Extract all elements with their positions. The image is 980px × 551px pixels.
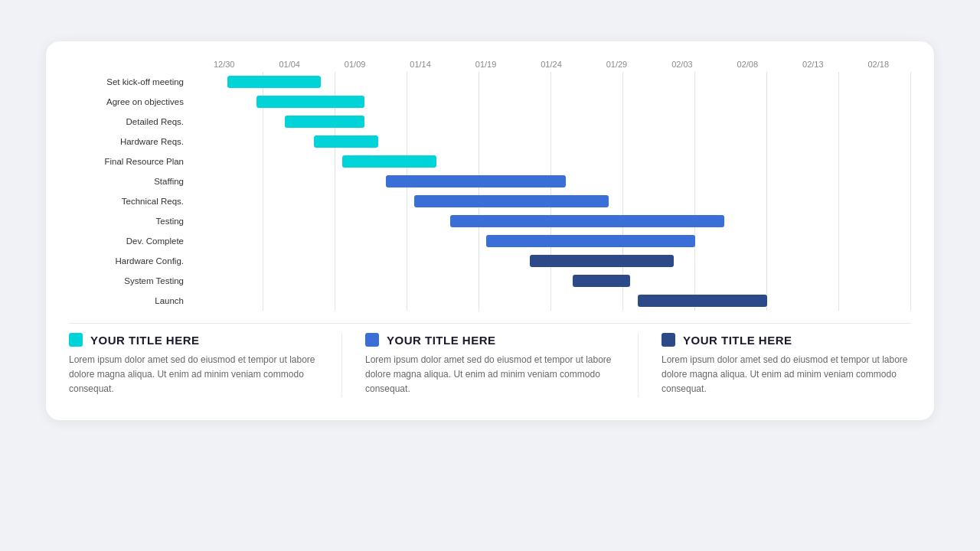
gantt-task-label: Hardware Reqs.	[69, 137, 191, 146]
gantt-chart: 12/3001/0401/0901/1401/1901/2401/2902/03…	[69, 60, 911, 311]
section-body: Lorem ipsum dolor amet sed do eiusmod et…	[662, 353, 911, 397]
gantt-col-label: 01/04	[256, 60, 322, 69]
section-divider	[69, 323, 911, 324]
gantt-grid-cell	[191, 92, 911, 112]
slide: 12/3001/0401/0901/1401/1901/2401/2902/03…	[0, 0, 980, 551]
gantt-bar	[638, 295, 767, 307]
gantt-task-label: Staffing	[69, 177, 191, 186]
gantt-col-label: 01/24	[518, 60, 583, 69]
bottom-section-2: YOUR TITLE HERELorem ipsum dolor amet se…	[350, 333, 630, 397]
gantt-rows: Set kick-off meetingAgree on objectivesD…	[69, 72, 911, 311]
gantt-bar	[285, 116, 364, 128]
section-body: Lorem ipsum dolor amet sed do eiusmod et…	[69, 353, 318, 397]
gantt-col-label: 02/13	[780, 60, 845, 69]
gantt-bar	[314, 135, 379, 148]
gantt-bar	[530, 255, 674, 267]
gantt-row: Staffing	[69, 171, 911, 191]
gantt-row: Testing	[69, 211, 911, 231]
gantt-task-label: Set kick-off meeting	[69, 77, 191, 86]
section-color-icon	[365, 333, 379, 347]
gantt-grid-cell	[191, 191, 911, 211]
section-title: YOUR TITLE HERE	[387, 334, 496, 347]
section-color-icon	[662, 333, 675, 347]
gantt-grid-cell	[191, 251, 911, 271]
gantt-task-label: Agree on objectives	[69, 97, 191, 106]
gantt-grid-cell	[191, 132, 911, 152]
gantt-bar	[450, 215, 724, 227]
gantt-row: Final Resource Plan	[69, 152, 911, 171]
gantt-grid-cell	[191, 231, 911, 251]
gantt-col-label: 01/09	[322, 60, 387, 69]
gantt-bar	[414, 195, 609, 207]
gantt-row: Agree on objectives	[69, 92, 911, 112]
gantt-row: Launch	[69, 291, 911, 311]
gantt-row: System Testing	[69, 271, 911, 291]
gantt-col-label: 01/14	[387, 60, 452, 69]
gantt-col-label: 01/29	[584, 60, 649, 69]
gantt-bar	[227, 76, 321, 88]
gantt-grid-cell	[191, 291, 911, 311]
section-title-row: YOUR TITLE HERE	[69, 333, 318, 347]
gantt-task-label: Testing	[69, 217, 191, 226]
bottom-grid: YOUR TITLE HERELorem ipsum dolor amet se…	[69, 333, 911, 397]
section-title: YOUR TITLE HERE	[90, 334, 200, 347]
gantt-row: Set kick-off meeting	[69, 72, 911, 92]
vertical-separator	[341, 333, 342, 397]
main-card: 12/3001/0401/0901/1401/1901/2401/2902/03…	[46, 41, 934, 420]
gantt-col-label: 02/03	[649, 60, 714, 69]
section-body: Lorem ipsum dolor amet sed do eiusmod et…	[365, 353, 615, 397]
gantt-grid-cell	[191, 152, 911, 171]
gantt-task-label: System Testing	[69, 276, 191, 285]
section-color-icon	[69, 333, 83, 347]
section-title: YOUR TITLE HERE	[683, 334, 792, 347]
section-title-row: YOUR TITLE HERE	[662, 333, 911, 347]
gantt-bar	[386, 175, 566, 187]
gantt-grid-cell	[191, 72, 911, 92]
gantt-grid-cell	[191, 171, 911, 191]
gantt-task-label: Launch	[69, 296, 191, 305]
gantt-task-label: Hardware Config.	[69, 256, 191, 266]
gantt-task-label: Detailed Reqs.	[69, 117, 191, 126]
gantt-col-label: 02/18	[846, 60, 911, 69]
gantt-col-label: 02/08	[715, 60, 780, 69]
gantt-bar	[256, 96, 364, 108]
gantt-row: Technical Reqs.	[69, 191, 911, 211]
vertical-separator	[638, 333, 639, 397]
section-title-row: YOUR TITLE HERE	[365, 333, 615, 347]
bottom-section-3: YOUR TITLE HERELorem ipsum dolor amet se…	[646, 333, 911, 397]
gantt-header: 12/3001/0401/0901/1401/1901/2401/2902/03…	[191, 60, 911, 69]
gantt-grid-cell	[191, 211, 911, 231]
gantt-row: Hardware Reqs.	[69, 132, 911, 152]
gantt-task-label: Technical Reqs.	[69, 197, 191, 206]
gantt-task-label: Final Resource Plan	[69, 157, 191, 166]
gantt-bar	[486, 235, 695, 247]
gantt-task-label: Dev. Complete	[69, 236, 191, 246]
gantt-grid-cell	[191, 271, 911, 291]
gantt-col-label: 12/30	[191, 60, 256, 69]
bottom-section-1: YOUR TITLE HERELorem ipsum dolor amet se…	[69, 333, 334, 397]
gantt-bar	[573, 275, 630, 287]
gantt-grid-cell	[191, 112, 911, 132]
gantt-bar	[342, 155, 436, 168]
gantt-row: Dev. Complete	[69, 231, 911, 251]
gantt-row: Hardware Config.	[69, 251, 911, 271]
gantt-col-label: 01/19	[453, 60, 518, 69]
gantt-row: Detailed Reqs.	[69, 112, 911, 132]
